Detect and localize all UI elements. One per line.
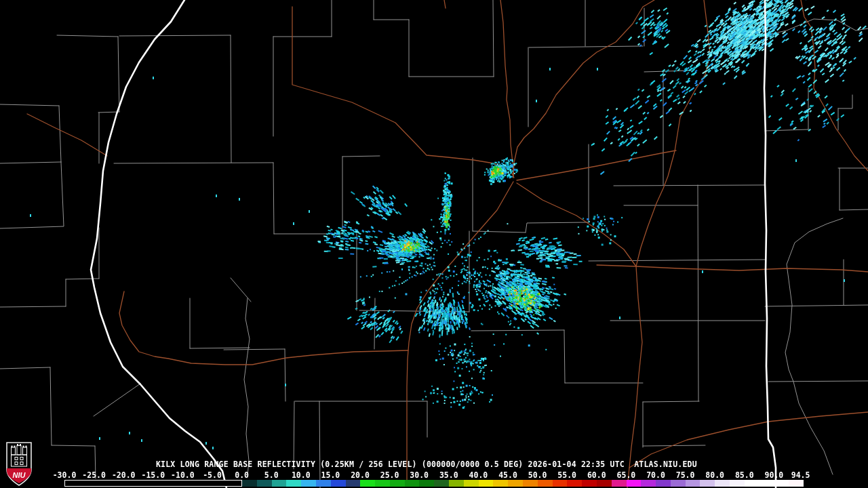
- colorbar-tick-label: 25.0: [380, 470, 399, 480]
- colorbar-tick-label: 0.0: [235, 470, 249, 480]
- colorbar-gradient: [242, 480, 804, 487]
- colorbar-tick-label: 20.0: [351, 470, 370, 480]
- colorbar-empty-range: [64, 480, 242, 487]
- product-title: KILX LONG RANGE BASE REFLECTIVITY (0.25K…: [156, 460, 697, 469]
- colorbar-tick-label: 90.0: [765, 470, 784, 480]
- colorbar-tick-label: 50.0: [528, 470, 547, 480]
- colorbar-tick-label: -30.0: [53, 470, 77, 480]
- reflectivity-colorbar: -30.0-25.0-20.0-15.0-10.0-5.00.05.010.01…: [0, 470, 868, 488]
- colorbar-tick-label: 80.0: [705, 470, 724, 480]
- colorbar-tick-label: 30.0: [410, 470, 429, 480]
- colorbar-tick-label: 35.0: [439, 470, 458, 480]
- colorbar-tick-label: 10.0: [292, 470, 311, 480]
- colorbar-tick-label: 94.5: [791, 470, 810, 480]
- colorbar-tick-label: 55.0: [557, 470, 576, 480]
- colorbar-tick-label: 75.0: [676, 470, 695, 480]
- colorbar-tick-label: 70.0: [646, 470, 665, 480]
- colorbar-tick-label: 5.0: [264, 470, 279, 480]
- radar-map-canvas: [0, 0, 868, 488]
- colorbar-tick-label: -5.0: [203, 470, 222, 480]
- colorbar-tick-label: 40.0: [469, 470, 488, 480]
- colorbar-tick-label: -15.0: [141, 470, 165, 480]
- colorbar-tick-label: -25.0: [82, 470, 106, 480]
- colorbar-tick-label: 85.0: [735, 470, 754, 480]
- colorbar-tick-label: -10.0: [171, 470, 195, 480]
- colorbar-tick-label: -20.0: [112, 470, 136, 480]
- niu-logo-text: NIU: [13, 471, 26, 479]
- radar-viewer: { "header": { "title_text": "KILX LONG R…: [0, 0, 868, 488]
- niu-logo: NIU: [5, 442, 33, 487]
- colorbar-tick-label: 60.0: [587, 470, 606, 480]
- colorbar-tick-label: 65.0: [617, 470, 636, 480]
- colorbar-tick-label: 45.0: [498, 470, 517, 480]
- colorbar-tick-label: 15.0: [321, 470, 340, 480]
